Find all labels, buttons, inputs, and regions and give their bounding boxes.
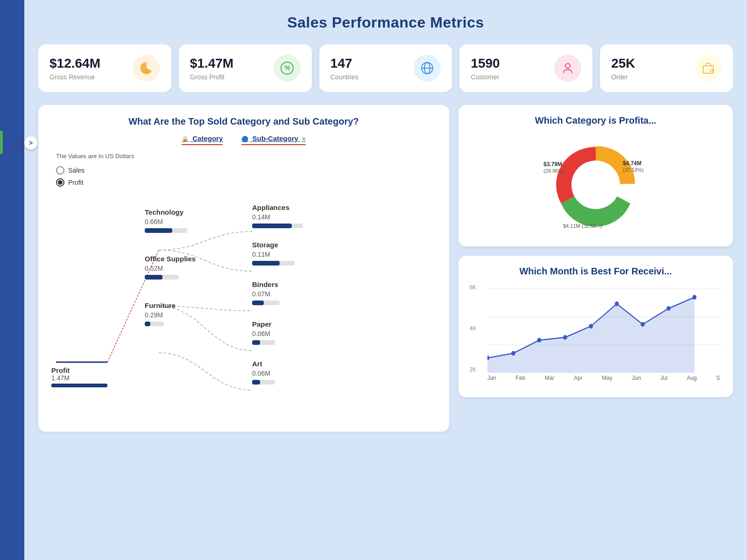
sidebar-accent — [0, 131, 3, 154]
donut-container: $4.74M (37.53%) $3.79M (29.96%) $4.11M (… — [470, 133, 722, 236]
svg-point-5 — [565, 63, 570, 68]
kpi-info-3: 1590 Customer — [471, 56, 500, 81]
donut-chart-title: Which Category is Profita... — [470, 115, 722, 126]
kpi-value-3: 1590 — [471, 56, 500, 71]
category-item-2: Furniture 0.29M — [145, 301, 238, 327]
svg-text:$4.74M: $4.74M — [623, 160, 641, 167]
radio-sales[interactable]: Sales — [56, 166, 436, 175]
bottom-section: What Are the Top Sold Category and Sub C… — [38, 105, 733, 432]
y-axis: 6K 4K 2K — [470, 284, 477, 373]
category-item-0: Technology 0.66M — [145, 208, 238, 234]
line-chart-svg — [487, 284, 722, 373]
svg-point-29 — [692, 295, 697, 300]
kpi-card-0: $12.64M Gross Revenue — [38, 44, 171, 92]
kpi-info-1: $1.47M Gross Profit — [190, 56, 233, 81]
category-item-1: Office Supplies 0.52M — [145, 255, 238, 280]
kpi-label-2: Countries — [331, 73, 359, 81]
kpi-value-0: $12.64M — [49, 56, 100, 71]
donut-chart-card: Which Category is Profita... $4.74M — [458, 105, 733, 246]
svg-text:%: % — [284, 64, 290, 71]
svg-text:$4.11M (32.52...): $4.11M (32.52...) — [563, 223, 602, 229]
tab-subcategory[interactable]: 🔵 Sub-Category × — [241, 134, 305, 145]
page-title: Sales Performance Metrics — [38, 14, 733, 31]
svg-point-12 — [571, 161, 620, 209]
kpi-label-0: Gross Revenue — [49, 73, 100, 81]
top-category-panel: What Are the Top Sold Category and Sub C… — [38, 105, 449, 432]
x-axis-labels: Jan Feb Mar Apr May Jun Jul Aug S — [487, 375, 722, 381]
chart-tabs: 🔒 Category 🔵 Sub-Category × — [51, 134, 436, 145]
svg-text:$3.79M: $3.79M — [543, 161, 562, 168]
kpi-info-0: $12.64M Gross Revenue — [49, 56, 100, 81]
svg-text:(37.53%): (37.53%) — [623, 167, 644, 173]
subcategory-close[interactable]: × — [302, 135, 306, 142]
svg-point-28 — [666, 306, 670, 311]
svg-point-24 — [563, 335, 567, 340]
kpi-value-1: $1.47M — [190, 56, 233, 71]
svg-point-25 — [589, 324, 593, 329]
subcategory-item-4: Art 0.06M — [252, 360, 345, 385]
sidebar — [0, 0, 24, 560]
kpi-card-2: 147 Countries — [319, 44, 452, 92]
kpi-label-4: Order — [611, 73, 635, 81]
kpi-card-3: 1590 Customer — [459, 44, 592, 92]
kpi-info-4: 25K Order — [611, 56, 635, 81]
order-icon — [695, 55, 722, 82]
radio-group: Sales Profit — [56, 166, 436, 187]
kpi-value-2: 147 — [331, 56, 359, 71]
line-chart-card: Which Month is Best For Receivi... 6K 4K… — [458, 256, 733, 397]
subcategory-item-2: Binders 0.07M — [252, 280, 345, 306]
subcategory-item-0: Appliances 0.14M — [252, 203, 345, 229]
pie-chart-icon — [133, 55, 160, 82]
chart-note: The Values are In US Dollars — [56, 153, 436, 160]
line-chart-title: Which Month is Best For Receivi... — [470, 266, 722, 277]
kpi-info-2: 147 Countries — [331, 56, 359, 81]
top-category-title: What Are the Top Sold Category and Sub C… — [51, 116, 436, 127]
kpi-card-4: 25K Order — [600, 44, 733, 92]
donut-svg: $4.74M (37.53%) $3.79M (29.96%) $4.11M (… — [535, 138, 656, 231]
radio-sales-circle — [56, 166, 64, 175]
line-chart-area: 6K 4K 2K — [470, 284, 722, 387]
kpi-label-3: Customer — [471, 73, 500, 81]
main-content: Sales Performance Metrics $12.64M Gross … — [24, 0, 747, 560]
percent-icon: % — [274, 55, 301, 82]
globe-icon — [414, 55, 441, 82]
kpi-row: $12.64M Gross Revenue $1.47M Gross Profi… — [38, 44, 733, 92]
radio-profit-circle — [56, 178, 64, 187]
subcategory-item-1: Storage 0.11M — [252, 241, 345, 266]
subcategory-item-3: Paper 0.06M — [252, 320, 345, 346]
svg-point-27 — [641, 322, 645, 327]
subcategory-tab-icon: 🔵 — [241, 136, 248, 142]
profit-col: Profit 1.47M — [51, 366, 126, 390]
kpi-card-1: $1.47M Gross Profit % — [179, 44, 312, 92]
radio-profit[interactable]: Profit — [56, 178, 436, 187]
svg-point-22 — [511, 351, 515, 356]
svg-point-23 — [537, 338, 541, 343]
right-panel: Which Category is Profita... $4.74M — [458, 105, 733, 432]
svg-point-26 — [614, 301, 619, 306]
sankey-chart-area: Profit 1.47M Technology 0.66M Office Sup… — [51, 194, 436, 409]
sidebar-toggle[interactable]: > — [24, 136, 37, 149]
kpi-value-4: 25K — [611, 56, 635, 71]
customer-icon — [554, 55, 581, 82]
category-tab-icon: 🔒 — [182, 136, 189, 142]
svg-text:(29.96%): (29.96%) — [543, 168, 564, 174]
profit-label: Profit 1.47M — [51, 366, 126, 387]
kpi-label-1: Gross Profit — [190, 73, 233, 81]
tab-category[interactable]: 🔒 Category — [182, 134, 223, 145]
